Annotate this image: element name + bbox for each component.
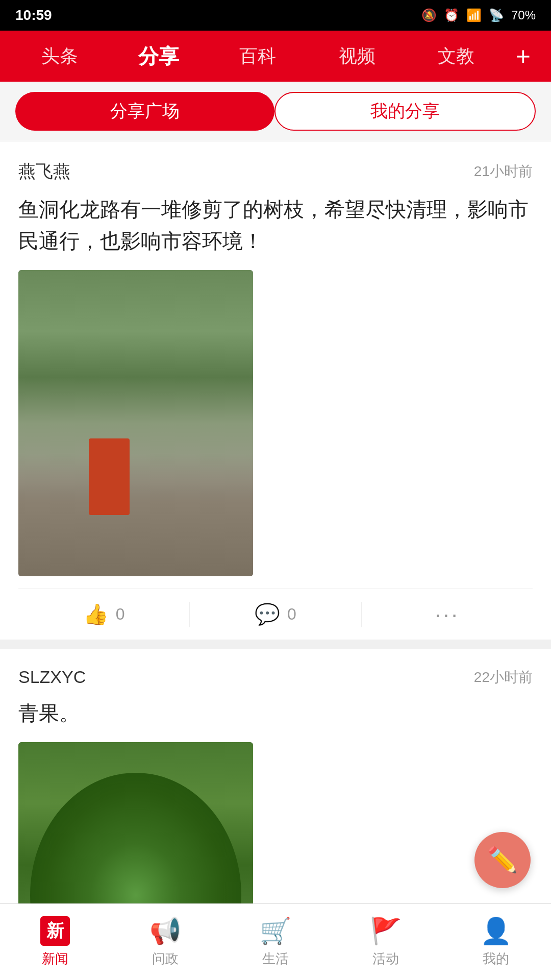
mute-icon: 🔕 — [421, 8, 437, 22]
post-author: SLZXYC — [18, 667, 86, 687]
fab-compose-button[interactable]: ✏️ — [474, 832, 531, 888]
more-button[interactable]: ··· — [362, 602, 533, 627]
bottom-nav-profile[interactable]: 👤 我的 — [441, 904, 551, 980]
status-bar: 10:59 🔕 ⏰ 📶 📡 70% — [0, 0, 551, 31]
alarm-icon: ⏰ — [444, 8, 459, 22]
bottom-nav-news-label: 新闻 — [42, 950, 68, 968]
tab-my-share[interactable]: 我的分享 — [274, 92, 536, 131]
nav-item-wenjiao[interactable]: 文教 — [407, 39, 506, 74]
post-author: 燕飞燕 — [18, 160, 70, 183]
tab-share-plaza[interactable]: 分享广场 — [15, 92, 274, 131]
bottom-nav-life-label: 生活 — [262, 950, 289, 968]
signal-icon: 📡 — [489, 8, 504, 22]
bottom-nav-news[interactable]: 新 新闻 — [0, 904, 110, 980]
bottom-nav-activity-label: 活动 — [372, 950, 399, 968]
bottom-nav-activity[interactable]: 🚩 活动 — [331, 904, 441, 980]
street-image — [18, 270, 253, 576]
battery-text: 70% — [511, 8, 536, 22]
bottom-nav-wenz-label: 问政 — [152, 950, 179, 968]
nav-item-baike[interactable]: 百科 — [208, 39, 307, 74]
nav-item-toutiao[interactable]: 头条 — [10, 39, 109, 74]
post-content: 青果。 — [18, 697, 533, 729]
post-header: 燕飞燕 21小时前 — [18, 160, 533, 183]
post-content: 鱼洞化龙路有一堆修剪了的树枝，希望尽快清理，影响市民通行，也影响市容环境！ — [18, 193, 533, 257]
post-image — [18, 270, 253, 576]
nav-item-video[interactable]: 视频 — [307, 39, 406, 74]
megaphone-icon: 📢 — [149, 916, 181, 946]
status-time: 10:59 — [15, 7, 52, 23]
compose-icon: ✏️ — [487, 846, 518, 874]
news-icon: 新 — [40, 916, 70, 946]
post-actions: 👍 0 💬 0 ··· — [18, 589, 533, 640]
top-nav: 头条 分享 百科 视频 文教 + — [0, 31, 551, 82]
post-time: 22小时前 — [474, 668, 533, 687]
comment-icon: 💬 — [255, 602, 280, 626]
bottom-nav: 新 新闻 📢 问政 🛒 生活 🚩 活动 👤 我的 — [0, 903, 551, 980]
comment-count: 0 — [287, 605, 296, 624]
post-time: 21小时前 — [474, 162, 533, 181]
bottom-nav-wenz[interactable]: 📢 问政 — [110, 904, 220, 980]
like-button[interactable]: 👍 0 — [18, 589, 189, 640]
post-card: 燕飞燕 21小时前 鱼洞化龙路有一堆修剪了的树枝，希望尽快清理，影响市民通行，也… — [0, 141, 551, 640]
cart-icon: 🛒 — [260, 916, 291, 946]
user-icon: 👤 — [480, 916, 512, 946]
bottom-nav-profile-label: 我的 — [483, 950, 509, 968]
comment-button[interactable]: 💬 0 — [190, 589, 361, 640]
wifi-icon: 📶 — [466, 8, 482, 22]
nav-plus-button[interactable]: + — [506, 41, 541, 71]
bottom-nav-life[interactable]: 🛒 生活 — [220, 904, 331, 980]
like-count: 0 — [116, 605, 125, 624]
post-header: SLZXYC 22小时前 — [18, 667, 533, 687]
status-icons: 🔕 ⏰ 📶 📡 70% — [421, 8, 536, 22]
feed: 燕飞燕 21小时前 鱼洞化龙路有一堆修剪了的树枝，希望尽快清理，影响市民通行，也… — [0, 141, 551, 980]
tab-switcher: 分享广场 我的分享 — [0, 82, 551, 141]
nav-item-share[interactable]: 分享 — [109, 37, 208, 76]
like-icon: 👍 — [83, 602, 109, 626]
flag-icon: 🚩 — [370, 916, 402, 946]
